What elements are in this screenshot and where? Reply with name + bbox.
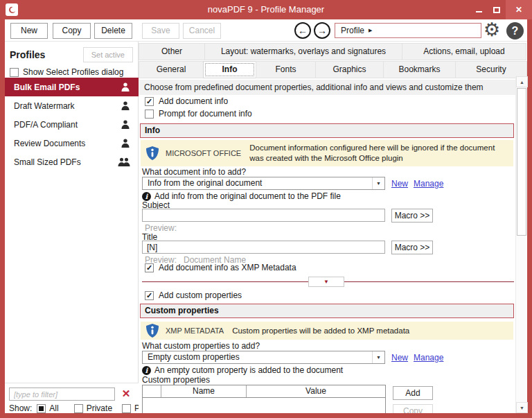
clear-filter-x-icon: ✕ — [122, 387, 131, 399]
tab-graphics[interactable]: Graphics — [315, 61, 384, 78]
subject-preview: Preview: — [145, 223, 177, 233]
table-header-selector[interactable] — [143, 385, 161, 397]
tab-info[interactable]: Info — [203, 61, 256, 78]
maximize-button[interactable] — [488, 0, 506, 19]
profile-name: Review Documents — [14, 139, 85, 148]
user-icon — [121, 139, 130, 148]
subject-input[interactable] — [142, 209, 385, 222]
checkbox-checked[interactable]: ✓ — [145, 263, 154, 272]
copy-button[interactable]: Copy — [53, 23, 91, 39]
check-icon: ✓ — [146, 98, 152, 105]
checkbox-indeterminate[interactable] — [37, 404, 46, 413]
expander-caret-icon: ▼ — [323, 279, 329, 285]
delete-button[interactable]: Delete — [94, 23, 132, 39]
prompt-document-info-checkbox[interactable]: Prompt for document info — [145, 109, 252, 119]
checkbox-checked[interactable]: ✓ — [145, 291, 154, 300]
xmp-metadata-checkbox[interactable]: ✓ Add document info as XMP Metadata — [145, 263, 296, 272]
save-button[interactable]: Save — [142, 23, 179, 39]
help-button[interactable]: ? — [506, 22, 524, 40]
new-button[interactable]: New — [10, 23, 48, 39]
collapse-expander-button[interactable]: ▼ — [308, 277, 344, 287]
scroll-down-button[interactable]: ▼ — [516, 402, 528, 413]
window-title: novaPDF 9 - Profile Manager — [83, 4, 449, 15]
show-filter-row: Show: All Private Public — [9, 403, 157, 413]
shield-info-icon — [146, 146, 159, 160]
back-button[interactable]: ← — [294, 22, 311, 39]
notice-text: Document information configured here wil… — [249, 143, 508, 164]
checkbox-unchecked[interactable] — [145, 110, 154, 119]
chevron-down-icon[interactable]: ▼ — [372, 351, 384, 363]
settings-gear-button[interactable]: ⚙ — [484, 19, 500, 41]
sidebar-filter-panel: ✕ Show: All Private Public — [5, 383, 139, 413]
vertical-scrollbar[interactable]: ▲ ▼ — [515, 76, 527, 413]
new-link[interactable]: New — [391, 179, 408, 189]
scroll-down-icon: ▼ — [520, 406, 524, 410]
table-header-name[interactable]: Name — [161, 385, 247, 397]
close-button[interactable]: ✕ — [506, 0, 532, 19]
maximize-icon — [493, 7, 500, 13]
chevron-down-icon[interactable]: ▼ — [372, 177, 384, 189]
tab-actions[interactable]: Actions, email, upload — [402, 43, 526, 60]
set-active-button[interactable]: Set active — [83, 47, 133, 62]
title-input[interactable] — [142, 241, 385, 254]
tab-other[interactable]: Other — [139, 43, 205, 60]
checkbox-unchecked[interactable] — [10, 68, 19, 77]
clear-filter-button[interactable]: ✕ — [119, 387, 133, 401]
back-arrow-icon: ← — [298, 25, 308, 36]
manage-link[interactable]: Manage — [414, 179, 443, 189]
prompt-document-info-label: Prompt for document info — [159, 109, 252, 119]
document-info-hint: i Add info from the original document to… — [142, 191, 341, 201]
what-custom-properties-label: What custom properties to add? — [142, 341, 260, 351]
users-group-icon — [118, 157, 130, 166]
tab-fonts[interactable]: Fonts — [256, 61, 316, 78]
xmp-metadata-notice: XMP METADATA Custom properties will be a… — [141, 322, 513, 340]
cancel-button[interactable]: Cancel — [183, 23, 221, 39]
profile-item-pdfa-compliant[interactable]: PDF/A Compliant — [5, 115, 139, 134]
breadcrumb-label: Profile — [341, 26, 364, 35]
scroll-up-button[interactable]: ▲ — [516, 76, 528, 87]
notice-label: XMP METADATA — [166, 326, 224, 335]
tab-layout[interactable]: Layout: watermarks, overlays and signatu… — [204, 43, 402, 60]
profile-item-draft-watermark[interactable]: Draft Watermark — [5, 96, 139, 115]
user-icon — [121, 120, 130, 129]
show-select-profiles-checkbox[interactable]: Show Select Profiles dialog — [10, 67, 123, 77]
filter-private-label: Private — [87, 403, 112, 413]
profile-item-review-documents[interactable]: Review Documents — [5, 134, 139, 153]
xmp-metadata-label: Add document info as XMP Metadata — [159, 263, 296, 272]
profile-item-small-sized[interactable]: Small Sized PDFs — [5, 153, 139, 171]
info-circle-icon: i — [142, 366, 151, 375]
add-document-info-checkbox[interactable]: ✓ Add document info — [145, 96, 228, 106]
title-macro-button[interactable]: Macro >> — [391, 241, 433, 254]
tab-general[interactable]: General — [139, 61, 204, 78]
profile-item-bulk-email[interactable]: Bulk Email PDFs — [5, 78, 139, 96]
tab-bookmarks[interactable]: Bookmarks — [383, 61, 456, 78]
scrollbar-thumb[interactable] — [517, 88, 526, 236]
table-header-row: Name Value — [143, 385, 385, 398]
checkbox-unchecked[interactable] — [122, 404, 131, 413]
copy-property-button[interactable]: Copy — [393, 404, 433, 413]
filter-all-checkbox[interactable]: All — [37, 403, 58, 413]
table-header-value[interactable]: Value — [247, 385, 385, 397]
notice-label: MICROSOFT OFFICE — [166, 149, 241, 157]
profile-name: Bulk Email PDFs — [14, 82, 80, 92]
add-custom-properties-checkbox[interactable]: ✓ Add custom properties — [145, 290, 242, 300]
profile-name: Small Sized PDFs — [14, 157, 81, 167]
manage-link[interactable]: Manage — [414, 353, 443, 363]
minimize-button[interactable] — [470, 0, 488, 19]
close-icon: ✕ — [515, 5, 522, 15]
custom-properties-table[interactable]: Name Value — [142, 385, 386, 413]
gear-icon: ⚙ — [484, 19, 500, 40]
document-info-dropdown[interactable]: Info from the original document ▼ — [142, 177, 385, 190]
checkbox-checked[interactable]: ✓ — [145, 97, 154, 106]
filter-input[interactable] — [9, 387, 115, 401]
new-link[interactable]: New — [391, 353, 408, 363]
add-property-button[interactable]: Add — [393, 386, 433, 400]
subject-macro-button[interactable]: Macro >> — [391, 209, 433, 223]
filter-private-checkbox[interactable]: Private — [74, 403, 112, 413]
custom-properties-section-header: Custom properties — [140, 304, 514, 318]
checkbox-unchecked[interactable] — [74, 404, 83, 413]
forward-button[interactable]: → — [314, 22, 330, 39]
check-icon: ✓ — [146, 264, 152, 272]
breadcrumb[interactable]: Profile ▶ — [335, 23, 481, 38]
custom-properties-dropdown[interactable]: Empty custom properties ▼ — [142, 351, 385, 364]
